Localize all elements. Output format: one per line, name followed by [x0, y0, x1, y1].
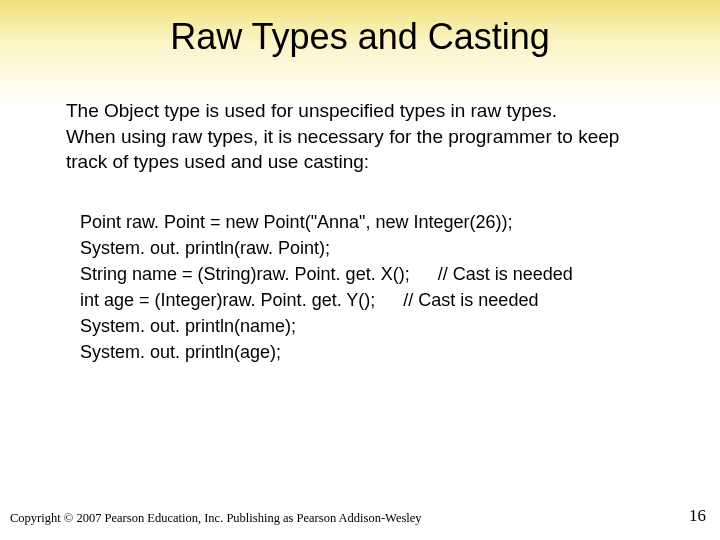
- slide-title: Raw Types and Casting: [0, 0, 720, 58]
- code-comment: // Cast is needed: [438, 261, 573, 287]
- code-line: System. out. println(raw. Point);: [80, 235, 660, 261]
- code-text: System. out. println(age);: [80, 339, 281, 365]
- code-text: int age = (Integer)raw. Point. get. Y();: [80, 287, 375, 313]
- page-number: 16: [689, 506, 706, 526]
- code-example: Point raw. Point = new Point("Anna", new…: [80, 209, 660, 366]
- code-comment: // Cast is needed: [403, 287, 538, 313]
- code-line: int age = (Integer)raw. Point. get. Y();…: [80, 287, 660, 313]
- copyright-text: Copyright © 2007 Pearson Education, Inc.…: [10, 511, 422, 526]
- code-text: Point raw. Point = new Point("Anna", new…: [80, 209, 513, 235]
- code-line: System. out. println(name);: [80, 313, 660, 339]
- code-line: Point raw. Point = new Point("Anna", new…: [80, 209, 660, 235]
- code-text: System. out. println(raw. Point);: [80, 235, 330, 261]
- body-paragraph: The Object type is used for unspecified …: [66, 98, 660, 175]
- code-text: String name = (String)raw. Point. get. X…: [80, 261, 410, 287]
- code-line: String name = (String)raw. Point. get. X…: [80, 261, 660, 287]
- code-line: System. out. println(age);: [80, 339, 660, 365]
- code-text: System. out. println(name);: [80, 313, 296, 339]
- footer: Copyright © 2007 Pearson Education, Inc.…: [10, 506, 706, 526]
